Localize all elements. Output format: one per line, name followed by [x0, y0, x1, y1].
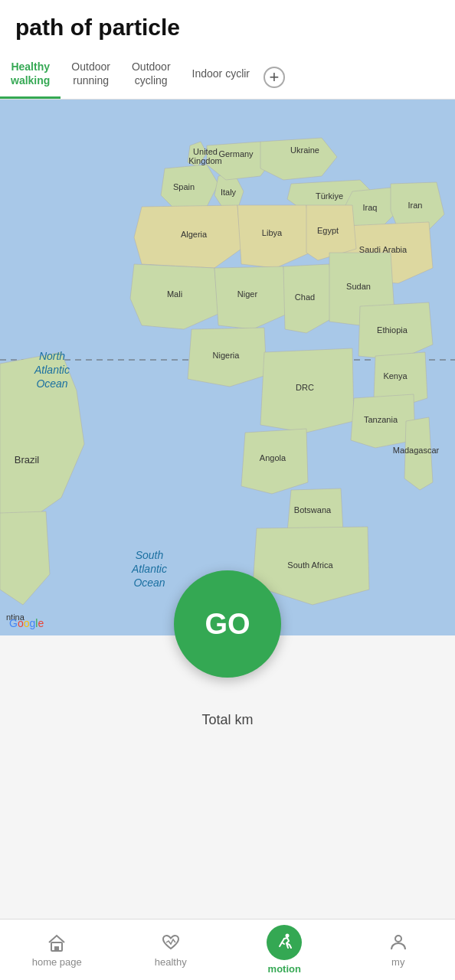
- svg-text:Libya: Libya: [262, 228, 283, 237]
- svg-text:Brazil: Brazil: [15, 454, 40, 466]
- svg-text:Mali: Mali: [167, 289, 182, 299]
- svg-text:Kingdom: Kingdom: [188, 156, 221, 165]
- bottom-nav: home page healthy motion: [0, 919, 455, 980]
- svg-text:Ocean: Ocean: [133, 577, 165, 589]
- svg-text:Madagascar: Madagascar: [393, 446, 440, 455]
- nav-label-healthy: healthy: [155, 956, 187, 968]
- map-wrapper: North Atlantic Ocean South Atlantic Ocea…: [0, 100, 455, 635]
- svg-point-39: [395, 936, 401, 942]
- nav-item-home[interactable]: home page: [0, 920, 114, 980]
- header: path of particle: [0, 0, 455, 49]
- tabs-bar: Healthywalking Outdoorrunning Outdoorcyc…: [0, 49, 455, 100]
- person-icon: [388, 932, 409, 953]
- svg-text:Atlantic: Atlantic: [34, 364, 70, 376]
- svg-text:Iraq: Iraq: [363, 203, 378, 212]
- go-button[interactable]: GO: [174, 570, 281, 678]
- svg-text:Iran: Iran: [408, 201, 423, 210]
- svg-text:Atlantic: Atlantic: [131, 563, 167, 575]
- home-icon: [46, 932, 67, 953]
- svg-text:Ocean: Ocean: [36, 377, 67, 390]
- svg-text:Angola: Angola: [260, 453, 286, 462]
- svg-text:Algeria: Algeria: [181, 230, 208, 239]
- tab-outdoor-running[interactable]: Outdoorrunning: [61, 55, 121, 99]
- svg-text:South: South: [136, 549, 164, 561]
- svg-text:Ukraine: Ukraine: [290, 145, 319, 155]
- svg-text:United: United: [193, 147, 218, 156]
- svg-text:Kenya: Kenya: [383, 371, 408, 381]
- svg-text:North: North: [39, 350, 65, 362]
- svg-text:Nigeria: Nigeria: [213, 351, 241, 360]
- tab-healthy-walking[interactable]: Healthywalking: [0, 55, 61, 99]
- heart-icon: [160, 932, 182, 953]
- go-button-container: GO: [174, 570, 281, 678]
- total-km-label: Total km: [201, 712, 253, 728]
- tab-indoor-cycling[interactable]: Indoor cyclir: [182, 62, 260, 92]
- tab-outdoor-cycling[interactable]: Outdoorcycling: [121, 55, 182, 99]
- add-tab-button[interactable]: +: [264, 67, 285, 88]
- svg-text:Spain: Spain: [173, 182, 195, 191]
- svg-text:Niger: Niger: [237, 289, 258, 299]
- motion-circle: [267, 925, 302, 960]
- svg-text:Saudi Arabia: Saudi Arabia: [359, 245, 408, 254]
- svg-text:Italy: Italy: [221, 188, 237, 197]
- svg-text:Chad: Chad: [295, 292, 315, 302]
- svg-text:Egypt: Egypt: [317, 226, 339, 235]
- svg-point-38: [286, 934, 290, 938]
- svg-text:DRC: DRC: [296, 383, 314, 392]
- svg-text:Ethiopia: Ethiopia: [377, 325, 408, 335]
- nav-item-motion[interactable]: motion: [228, 920, 342, 980]
- svg-text:Türkiye: Türkiye: [316, 191, 343, 201]
- svg-text:Tanzania: Tanzania: [364, 415, 398, 424]
- nav-item-healthy[interactable]: healthy: [114, 920, 228, 980]
- nav-label-motion: motion: [268, 963, 301, 975]
- nav-label-home: home page: [32, 956, 82, 968]
- page-title: path of particle: [15, 14, 440, 41]
- nav-item-my[interactable]: my: [342, 920, 456, 980]
- svg-text:South Africa: South Africa: [287, 560, 333, 570]
- map-container[interactable]: North Atlantic Ocean South Atlantic Ocea…: [0, 100, 455, 635]
- svg-rect-37: [54, 946, 59, 951]
- svg-text:Sudan: Sudan: [346, 282, 371, 291]
- svg-text:Germany: Germany: [218, 149, 254, 158]
- google-logo: Google: [9, 617, 44, 629]
- svg-text:Botswana: Botswana: [294, 505, 332, 514]
- nav-label-my: my: [391, 956, 404, 968]
